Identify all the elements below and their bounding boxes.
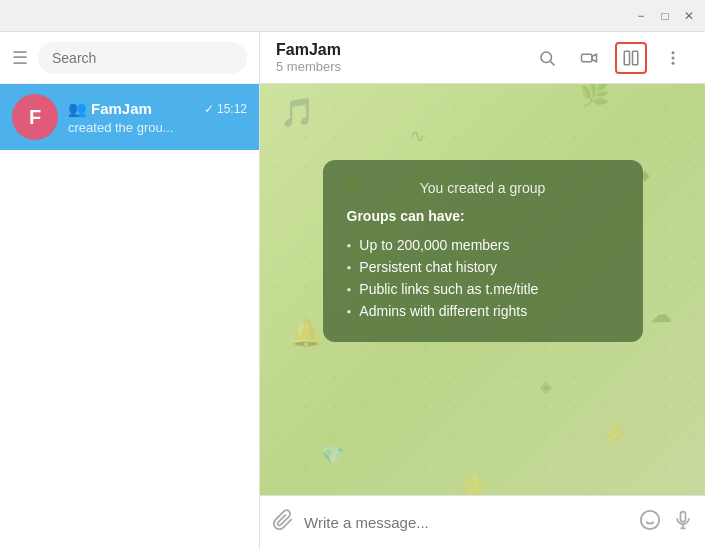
svg-rect-23 [681,512,686,522]
svg-rect-15 [624,51,629,65]
titlebar: − □ ✕ [0,0,705,32]
svg-line-12 [550,61,554,65]
attach-icon[interactable] [272,509,294,536]
chat-header-actions [531,42,689,74]
right-icons [639,509,693,536]
chat-time: ✓ 15:12 [204,102,247,116]
svg-point-11 [541,52,552,63]
emoji-icon[interactable] [639,509,661,536]
info-card-title: You created a group [347,180,619,196]
group-icon: 👥 [68,100,87,118]
avatar: F [12,94,58,140]
close-button[interactable]: ✕ [681,8,697,24]
messages-area[interactable]: You created a group Groups can have: Up … [260,84,705,495]
svg-point-18 [672,56,675,59]
info-card-item: Up to 200,000 members [347,234,619,256]
chat-area: 🎵 ⭐ 🌿 ♦ 🔔 ☁ ⚡ 💎 🌟 ∿ ◈ FamJam 5 members [260,32,705,549]
time-text: 15:12 [217,102,247,116]
maximize-button[interactable]: □ [657,8,673,24]
info-card-item: Public links such as t.me/title [347,278,619,300]
svg-rect-16 [633,51,638,65]
search-header-icon[interactable] [531,42,563,74]
mic-icon[interactable] [673,509,693,536]
chat-header: FamJam 5 members [260,32,705,84]
menu-icon[interactable]: ☰ [12,47,28,69]
info-card-list: Up to 200,000 membersPersistent chat his… [347,234,619,322]
svg-point-20 [641,511,659,529]
svg-point-19 [672,61,675,64]
sidebar-header: ☰ [0,32,259,84]
svg-rect-13 [582,54,593,62]
chat-name: 👥 FamJam [68,100,152,118]
chat-top: 👥 FamJam ✓ 15:12 [68,100,247,118]
message-input-area [260,495,705,549]
minimize-button[interactable]: − [633,8,649,24]
video-header-icon[interactable] [573,42,605,74]
info-card-subtitle: Groups can have: [347,208,619,224]
chat-title: FamJam [276,41,341,59]
chat-info: 👥 FamJam ✓ 15:12 created the grou... [68,100,247,135]
chat-list-item[interactable]: F 👥 FamJam ✓ 15:12 created the grou... [0,84,259,150]
message-input[interactable] [304,514,629,531]
main-layout: ☰ F 👥 FamJam ✓ 15:12 created the grou... [0,32,705,549]
sidebar: ☰ F 👥 FamJam ✓ 15:12 created the grou... [0,32,260,549]
columns-header-icon[interactable] [615,42,647,74]
search-input[interactable] [38,42,247,74]
chat-preview: created the grou... [68,120,247,135]
svg-point-17 [672,51,675,54]
info-card-item: Persistent chat history [347,256,619,278]
chat-name-text: FamJam [91,100,152,117]
info-card: You created a group Groups can have: Up … [323,160,643,342]
info-card-item: Admins with different rights [347,300,619,322]
check-icon: ✓ [204,102,214,116]
svg-marker-14 [592,54,597,62]
more-header-icon[interactable] [657,42,689,74]
chat-members: 5 members [276,59,341,74]
chat-header-info: FamJam 5 members [276,41,341,74]
